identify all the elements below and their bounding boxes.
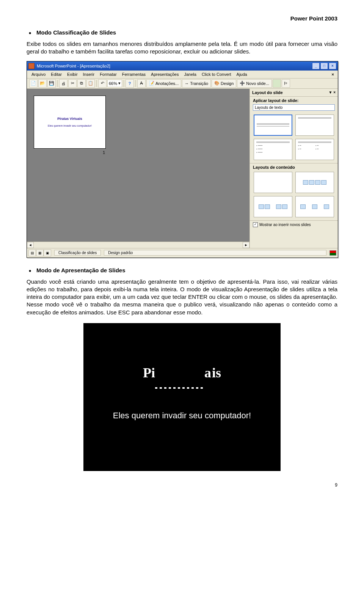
language-flag-icon[interactable] — [329, 250, 336, 256]
task-pane-header[interactable]: Layout do slide ▼ × — [250, 89, 338, 97]
open-icon[interactable]: 📂 — [38, 79, 47, 88]
layout-three-content[interactable] — [295, 196, 334, 217]
section2-title: Modo de Apresentação de Slides — [27, 267, 337, 273]
slideshow-subtitle: Eles querem invadir seu computador! — [83, 410, 281, 421]
page-number: 9 — [27, 482, 337, 488]
slide-number: 1 — [103, 150, 105, 155]
menu-inserir[interactable]: Inserir — [81, 71, 97, 77]
doc-close-icon[interactable]: × — [330, 72, 336, 77]
app-icon — [28, 63, 35, 69]
content-layouts-label: Layouts de conteúdo — [250, 163, 338, 170]
menu-bar: Arquivo Editar Exibir Inserir Formatar F… — [27, 71, 338, 79]
horizontal-scrollbar[interactable]: ◄ ► — [27, 242, 249, 248]
language-icon[interactable]: 🏳 — [282, 79, 290, 88]
title-bar: Microsoft PowerPoint - [Apresentação2] _… — [27, 61, 338, 71]
new-slide-button[interactable]: ➕Novo slide... — [237, 79, 272, 88]
slide-thumbnail-1[interactable]: Piratas Virtuais Eles querem invadir seu… — [34, 96, 106, 149]
menu-janela[interactable]: Janela — [182, 71, 199, 77]
save-icon[interactable]: 💾 — [47, 79, 56, 88]
help-icon[interactable]: ? — [126, 79, 134, 88]
scroll-right-icon[interactable]: ► — [243, 242, 249, 248]
layout-blank[interactable] — [254, 172, 292, 193]
menu-editar[interactable]: Editar — [49, 71, 64, 77]
layout-title-bullets[interactable]: • ━━━• ━━━• ━━━ — [254, 139, 292, 160]
color-icon[interactable] — [273, 79, 281, 88]
section2-body: Quando você está criando uma apresentaçã… — [27, 278, 337, 316]
layout-title-slide[interactable] — [254, 115, 292, 136]
status-design: Design padrão — [104, 250, 326, 256]
hide-formatting-icon[interactable]: A̶ — [137, 79, 146, 88]
maximize-button[interactable]: □ — [320, 63, 328, 69]
zoom-combo[interactable]: 66%▾ — [107, 80, 122, 87]
toolbar: 📄 📂 💾 🖨 ✂ ⧉ 📋 ↶ 66%▾ ? A̶ 📝Anotações... … — [27, 79, 338, 89]
task-pane: Layout do slide ▼ × Aplicar layout de sl… — [250, 89, 338, 248]
slideshow-preview: Piais Eles querem invadir seu computador… — [83, 323, 281, 471]
window-title: Microsoft PowerPoint - [Apresentação2] — [37, 64, 110, 68]
thumb-title: Piratas Virtuais — [57, 117, 82, 121]
paste-icon[interactable]: 📋 — [86, 79, 95, 88]
menu-apresentacoes[interactable]: Apresentações — [149, 71, 181, 77]
checkbox-icon[interactable]: ✓ — [253, 222, 258, 227]
text-layouts-grid: • ━━━• ━━━• ━━━ • ━• ━ • ━• ━ — [250, 113, 338, 163]
thumb-subtitle: Eles querem invadir seu computador! — [48, 124, 92, 127]
design-button[interactable]: 🎨Design — [212, 79, 236, 88]
section1-body: Exibe todos os slides em tamanhos menore… — [27, 40, 337, 56]
menu-ajuda[interactable]: Ajuda — [234, 71, 249, 77]
doc-header: Power Point 2003 — [27, 15, 337, 22]
layout-content[interactable] — [295, 172, 334, 193]
normal-view-icon[interactable]: ▤ — [28, 250, 36, 256]
menu-ferramentas[interactable]: Ferramentas — [120, 71, 148, 77]
layout-two-column-text[interactable]: • ━• ━ • ━• ━ — [295, 139, 334, 160]
copy-icon[interactable]: ⧉ — [77, 79, 86, 88]
slideshow-title-animated: Piais — [83, 365, 281, 381]
layout-category-select[interactable]: Layouts de texto — [253, 104, 335, 111]
layout-title-only[interactable] — [295, 115, 334, 136]
status-bar: ▤ ▦ ▣ Classificação de slides Design pad… — [27, 248, 338, 258]
window-buttons: _ □ × — [312, 63, 336, 69]
slideshow-view-icon[interactable]: ▣ — [44, 250, 51, 256]
task-pane-dropdown-icon[interactable]: ▼ × — [328, 90, 336, 94]
section1-title: Modo Classificação de Slides — [27, 29, 337, 36]
close-button[interactable]: × — [329, 63, 336, 69]
menu-click-to-convert[interactable]: Click to Convert — [199, 71, 234, 77]
layout-two-content[interactable] — [254, 196, 292, 217]
cut-icon[interactable]: ✂ — [68, 79, 77, 88]
menu-formatar[interactable]: Formatar — [97, 71, 119, 77]
annotations-button[interactable]: 📝Anotações... — [146, 79, 181, 88]
minimize-button[interactable]: _ — [312, 63, 320, 69]
apply-label: Aplicar layout de slide: — [250, 97, 338, 104]
new-icon[interactable]: 📄 — [29, 79, 38, 88]
content-layouts-grid — [250, 170, 338, 220]
print-icon[interactable]: 🖨 — [59, 79, 67, 88]
scroll-left-icon[interactable]: ◄ — [27, 242, 34, 248]
menu-arquivo[interactable]: Arquivo — [29, 71, 48, 77]
slide-sorter-canvas[interactable]: Piratas Virtuais Eles querem invadir seu… — [27, 89, 250, 248]
undo-icon[interactable]: ↶ — [98, 79, 107, 88]
show-on-insert-check[interactable]: ✓ Mostrar ao inserir novos slides — [250, 220, 338, 229]
transition-button[interactable]: ↔Transição — [182, 79, 211, 88]
powerpoint-window: Microsoft PowerPoint - [Apresentação2] _… — [27, 61, 338, 258]
menu-exibir[interactable]: Exibir — [65, 71, 80, 77]
status-mode: Classificação de slides — [54, 250, 101, 256]
sorter-view-icon[interactable]: ▦ — [36, 250, 44, 256]
